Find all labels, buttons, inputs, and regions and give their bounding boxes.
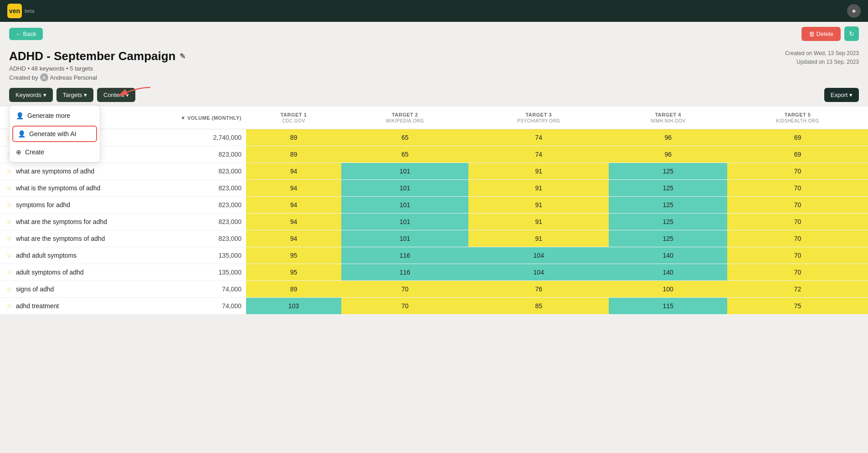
generate-more-label: Generate more xyxy=(27,112,70,119)
star-icon[interactable]: ☆ xyxy=(6,218,12,225)
campaign-title-text: ADHD - September Campaign xyxy=(9,49,176,63)
score-cell-target5: 70 xyxy=(727,247,868,264)
score-cell-target4: 96 xyxy=(609,129,727,146)
score-cell-target2: 101 xyxy=(341,197,468,214)
table-row: ☆adhd adult symptoms135,0009511610414070 xyxy=(0,247,868,264)
campaign-created-by: Created by A Andreas Personal xyxy=(9,73,185,81)
generate-with-ai-item[interactable]: 👤 Generate with AI xyxy=(12,126,97,142)
targets-button[interactable]: Targets ▾ xyxy=(56,88,93,102)
keyword-text: adhd adult symptoms xyxy=(16,252,77,259)
score-cell-target1: 89 xyxy=(246,129,341,146)
back-button[interactable]: ← Back xyxy=(9,28,43,40)
score-cell-target2: 70 xyxy=(341,281,468,298)
score-cell-target2: 70 xyxy=(341,298,468,315)
logo-area: ven beta xyxy=(7,4,34,18)
campaign-header: ADHD - September Campaign ✎ ADHD • 48 ke… xyxy=(0,46,868,83)
target3-col-header: TARGET 3 PSYCHIATRY.ORG xyxy=(468,107,609,129)
created-by-label: Created by xyxy=(9,74,38,81)
score-cell-target1: 89 xyxy=(246,146,341,163)
score-cell-target3: 104 xyxy=(468,247,609,264)
score-cell-target5: 70 xyxy=(727,214,868,230)
toolbar: Keywords ▾ 👤 Generate more 👤 Generate wi… xyxy=(0,83,868,107)
content-button[interactable]: Content ▾ xyxy=(97,88,135,102)
create-icon: ⊕ xyxy=(16,148,21,156)
score-cell-target4: 115 xyxy=(609,298,727,315)
score-cell-target4: 125 xyxy=(609,163,727,180)
score-cell-target1: 95 xyxy=(246,264,341,281)
score-cell-target2: 101 xyxy=(341,180,468,197)
star-icon[interactable]: ☆ xyxy=(6,269,12,276)
score-cell-target5: 70 xyxy=(727,197,868,214)
score-cell-target4: 125 xyxy=(609,214,727,230)
table-row: ☆symptoms for adhd823,000941019112570 xyxy=(0,197,868,214)
score-cell-target3: 74 xyxy=(468,146,609,163)
keywords-table: KEYWORD ▼ VOLUME (MONTHLY) TARGET 1 CDC.… xyxy=(0,107,868,315)
volume-cell: 823,000 xyxy=(173,214,246,230)
star-icon[interactable]: ☆ xyxy=(6,168,12,175)
star-icon[interactable]: ☆ xyxy=(6,252,12,259)
create-label: Create xyxy=(25,148,44,156)
created-date: Created on Wed, 13 Sep 2023 xyxy=(785,49,859,58)
score-cell-target5: 70 xyxy=(727,264,868,281)
score-cell-target2: 101 xyxy=(341,214,468,230)
score-cell-target1: 94 xyxy=(246,180,341,197)
keyword-text: what are the symptoms of adhd xyxy=(16,235,105,242)
score-cell-target4: 140 xyxy=(609,264,727,281)
export-button[interactable]: Export ▾ xyxy=(824,88,859,102)
generate-more-item[interactable]: 👤 Generate more xyxy=(10,107,100,124)
keyword-text: adult symptoms of adhd xyxy=(16,269,84,276)
star-icon[interactable]: ☆ xyxy=(6,302,12,310)
score-cell-target2: 101 xyxy=(341,163,468,180)
table-header-row: KEYWORD ▼ VOLUME (MONTHLY) TARGET 1 CDC.… xyxy=(0,107,868,129)
sub-header: ← Back 🗑 Delete ↻ xyxy=(0,22,868,46)
score-cell-target2: 65 xyxy=(341,129,468,146)
star-icon[interactable]: ☆ xyxy=(6,285,12,293)
logo: ven xyxy=(7,4,22,18)
score-cell-target2: 101 xyxy=(341,230,468,247)
toolbar-left: Keywords ▾ 👤 Generate more 👤 Generate wi… xyxy=(9,88,135,102)
keywords-dropdown-wrapper: Keywords ▾ 👤 Generate more 👤 Generate wi… xyxy=(9,88,53,102)
score-cell-target3: 76 xyxy=(468,281,609,298)
generate-ai-icon: 👤 xyxy=(18,130,26,137)
star-icon[interactable]: ☆ xyxy=(6,184,12,192)
volume-col-header[interactable]: ▼ VOLUME (MONTHLY) xyxy=(173,107,246,129)
creator-avatar: A xyxy=(40,73,48,81)
user-avatar[interactable]: ● xyxy=(847,4,861,18)
create-item[interactable]: ⊕ Create xyxy=(10,144,100,160)
keyword-text: what are the symptoms for adhd xyxy=(16,218,107,225)
target4-col-header: TARGET 4 NIMH.NIH.GOV xyxy=(609,107,727,129)
score-cell-target5: 70 xyxy=(727,180,868,197)
toolbar-right: Export ▾ xyxy=(824,88,859,102)
score-cell-target1: 103 xyxy=(246,298,341,315)
keywords-button[interactable]: Keywords ▾ xyxy=(9,88,53,102)
refresh-button[interactable]: ↻ xyxy=(844,26,859,41)
score-cell-target1: 94 xyxy=(246,197,341,214)
campaign-right: Created on Wed, 13 Sep 2023 Updated on 1… xyxy=(785,49,859,66)
score-cell-target3: 91 xyxy=(468,230,609,247)
score-cell-target4: 96 xyxy=(609,146,727,163)
score-cell-target1: 94 xyxy=(246,230,341,247)
score-cell-target5: 72 xyxy=(727,281,868,298)
target2-col-header: TARGET 2 WIKIPEDIA.ORG xyxy=(341,107,468,129)
keywords-dropdown-menu: 👤 Generate more 👤 Generate with AI ⊕ Cre… xyxy=(9,105,100,163)
edit-icon[interactable]: ✎ xyxy=(180,52,185,61)
table-container: KEYWORD ▼ VOLUME (MONTHLY) TARGET 1 CDC.… xyxy=(0,107,868,315)
table-row: ☆what is the symptoms of adhd823,0009410… xyxy=(0,180,868,197)
volume-cell: 823,000 xyxy=(173,146,246,163)
volume-cell: 74,000 xyxy=(173,281,246,298)
score-cell-target3: 74 xyxy=(468,129,609,146)
score-cell-target5: 70 xyxy=(727,163,868,180)
dates-info: Created on Wed, 13 Sep 2023 Updated on 1… xyxy=(785,49,859,66)
score-cell-target4: 125 xyxy=(609,180,727,197)
delete-button[interactable]: 🗑 Delete xyxy=(801,27,841,41)
star-icon[interactable]: ☆ xyxy=(6,235,12,242)
score-cell-target3: 91 xyxy=(468,214,609,230)
beta-label: beta xyxy=(25,8,34,14)
main-content: KEYWORD ▼ VOLUME (MONTHLY) TARGET 1 CDC.… xyxy=(0,107,868,315)
keyword-text: what is the symptoms of adhd xyxy=(16,184,100,192)
generate-more-icon: 👤 xyxy=(16,112,24,119)
campaign-title-area: ADHD - September Campaign ✎ xyxy=(9,49,185,63)
volume-cell: 823,000 xyxy=(173,230,246,247)
target1-col-header: TARGET 1 CDC.GOV xyxy=(246,107,341,129)
star-icon[interactable]: ☆ xyxy=(6,201,12,209)
